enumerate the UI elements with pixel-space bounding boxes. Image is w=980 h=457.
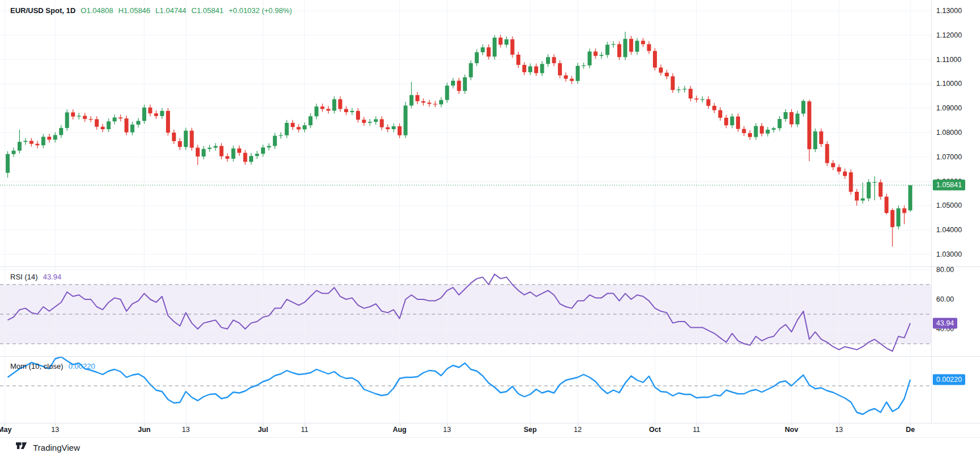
price-axis-label: 1.12000 — [936, 31, 962, 39]
time-axis-label: Nov — [785, 426, 799, 434]
last-price-chip: 1.05841 — [933, 180, 965, 191]
mom-value-chip: 0.00220 — [933, 374, 965, 385]
price-axis-label: 1.09000 — [936, 104, 962, 112]
time-axis-label: 12 — [574, 426, 582, 434]
time-axis-label: Oct — [649, 426, 661, 434]
chart-window: EUR/USD Spot, 1D O1.04808 H1.05846 L1.04… — [0, 0, 980, 457]
time-axis-label: Jun — [138, 426, 150, 434]
price-axis-label: 1.11000 — [936, 56, 961, 64]
time-axis-label: 13 — [182, 426, 190, 434]
time-axis-label: 11 — [301, 426, 308, 434]
mom-legend-value: 0.00220 — [68, 362, 95, 370]
price-axis-label: 1.07000 — [936, 153, 962, 161]
time-axis-label: 13 — [51, 426, 59, 434]
symbol-title[interactable]: EUR/USD Spot, 1D — [10, 6, 76, 15]
mom-legend-title[interactable]: Mom (10, close) — [10, 362, 63, 370]
chart-plot-area[interactable] — [0, 0, 931, 423]
legend-open-value: O1.04808 — [81, 6, 113, 15]
rsi-axis-label: 60.00 — [936, 295, 954, 303]
time-axis-label: 13 — [443, 426, 451, 434]
rsi-legend-value: 43.94 — [43, 273, 61, 281]
rsi-value-chip: 43.94 — [933, 318, 957, 328]
rsi-axis-label: 80.00 — [936, 266, 954, 274]
pane-separator-rsi-mom[interactable] — [0, 356, 980, 357]
footer-bar: TradingView — [0, 437, 980, 457]
price-axis-label: 1.10000 — [936, 80, 962, 88]
symbol-legend[interactable]: EUR/USD Spot, 1D O1.04808 H1.05846 L1.04… — [10, 6, 292, 15]
price-axis-label: 1.08000 — [936, 129, 962, 137]
legend-low-value: L1.04744 — [155, 6, 186, 15]
price-axis[interactable]: 1.130001.120001.110001.100001.090001.080… — [931, 0, 980, 423]
rsi-legend-title[interactable]: RSI (14) — [10, 273, 38, 281]
price-axis-label: 1.04000 — [936, 226, 962, 234]
time-axis-label: Aug — [392, 426, 406, 434]
time-axis-label: De — [905, 426, 915, 434]
candlestick-series — [6, 32, 912, 246]
time-axis[interactable]: May13Jun13Jul11Aug13Sep12Oct11Nov13De — [0, 423, 980, 438]
mom-legend[interactable]: Mom (10, close) 0.00220 — [10, 362, 95, 370]
tradingview-brand-text[interactable]: TradingView — [33, 443, 80, 452]
price-axis-label: 1.05000 — [936, 201, 962, 209]
chart-canvas — [0, 0, 931, 423]
pane-separator-price-rsi[interactable] — [0, 266, 980, 267]
tradingview-logo-icon[interactable] — [16, 442, 28, 452]
time-axis-label: 11 — [693, 426, 700, 434]
time-axis-label: 13 — [835, 426, 843, 434]
legend-close-value: C1.05841 — [192, 6, 224, 15]
time-axis-label: May — [0, 426, 11, 434]
legend-high-value: H1.05846 — [118, 6, 150, 15]
time-axis-label: Sep — [524, 426, 537, 434]
gridlines — [0, 0, 931, 423]
price-axis-label: 1.13000 — [936, 7, 962, 15]
time-axis-label: Jul — [258, 426, 268, 434]
rsi-legend[interactable]: RSI (14) 43.94 — [10, 273, 61, 281]
price-axis-label: 1.03000 — [936, 250, 962, 258]
legend-change-value: +0.01032 (+0.98%) — [229, 6, 292, 15]
